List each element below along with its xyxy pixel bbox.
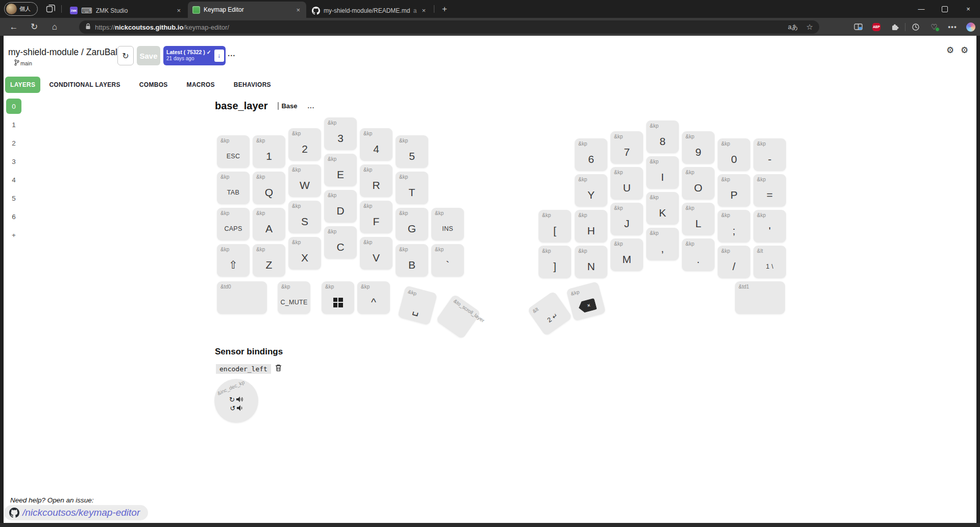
key-equal[interactable]: &kp= <box>753 174 786 207</box>
favorite-star-icon[interactable]: ☆ <box>806 22 813 32</box>
key-7[interactable]: &kp7 <box>610 131 643 164</box>
key-8[interactable]: &kp8 <box>646 121 679 153</box>
key-tab[interactable]: &kpTAB <box>217 172 250 204</box>
address-bar[interactable]: https://nickcoutsos.github.io/keymap-edi… <box>79 20 819 34</box>
key-caps[interactable]: &kpCAPS <box>217 208 250 241</box>
key-semicolon[interactable]: &kp; <box>718 210 750 243</box>
latest-version-button[interactable]: Latest ( 75322 ) ✓ 21 days ago ↓ <box>163 46 226 65</box>
key-c-mute[interactable]: &kpC_MUTE <box>278 281 310 314</box>
key-m[interactable]: &kpM <box>610 238 643 271</box>
key-0[interactable]: &kp0 <box>718 138 750 171</box>
tab-layers[interactable]: LAYERS <box>5 77 40 93</box>
key-c[interactable]: &kpC <box>324 226 357 259</box>
key-h[interactable]: &kpH <box>575 210 607 243</box>
key-9[interactable]: &kp9 <box>682 131 715 164</box>
browser-tab-zmk-studio[interactable]: ZMK⌨ZMK Studio× <box>65 3 187 18</box>
key-ins[interactable]: &kpINS <box>431 208 464 241</box>
key-u[interactable]: &kpU <box>610 167 643 200</box>
layer-item-0[interactable]: 0 <box>6 99 21 114</box>
layer-item-5[interactable]: 5 <box>6 190 21 206</box>
key-shift[interactable]: &kp⇧ <box>217 244 250 277</box>
tab-close-icon[interactable]: × <box>295 6 302 14</box>
tab-macros[interactable]: MACROS <box>182 77 220 93</box>
encoder-sensor-key[interactable]: &inc_dec_kp ↻ ↺ <box>214 379 258 423</box>
key-backspace[interactable]: &kp× <box>566 281 606 321</box>
key-grave[interactable]: &kp` <box>431 244 464 277</box>
key-lt-2-enter[interactable]: &lt2 ↵ <box>527 291 572 336</box>
split-screen-icon[interactable] <box>849 23 867 30</box>
key-y[interactable]: &kpY <box>575 174 607 207</box>
header-more-button[interactable]: ... <box>228 49 236 58</box>
tab-behaviors[interactable]: BEHAVIORS <box>229 77 276 93</box>
github-issue-link[interactable]: /nickcoutsos/keymap-editor <box>4 505 148 520</box>
encoder-chip[interactable]: encoder_left <box>216 364 271 374</box>
layer-item-2[interactable]: 2 <box>6 135 21 151</box>
key-bracket-open[interactable]: &kp[ <box>538 210 571 243</box>
app-gear-icon[interactable]: ⚙ <box>961 45 968 56</box>
key-x[interactable]: &kpX <box>288 237 321 270</box>
key-lt-1-backslash[interactable]: &lt1 \ <box>753 246 786 278</box>
home-button[interactable]: ⌂ <box>47 18 62 36</box>
key-5[interactable]: &kp5 <box>396 135 428 168</box>
key-period[interactable]: &kp. <box>682 238 715 271</box>
layer-item-3[interactable]: 3 <box>6 154 21 169</box>
key-space[interactable]: &kp␣ <box>398 285 437 325</box>
translate-icon[interactable]: aあ <box>788 23 798 32</box>
tab-combos[interactable]: COMBOS <box>134 77 173 93</box>
key-windows[interactable]: &kp <box>322 281 354 314</box>
close-button[interactable]: × <box>957 0 980 18</box>
maximize-button[interactable] <box>933 0 957 18</box>
settings-more-icon[interactable]: ••• <box>943 23 962 31</box>
save-button[interactable]: Save <box>137 46 160 65</box>
key-t[interactable]: &kpT <box>396 172 428 204</box>
delete-trash-icon[interactable] <box>275 364 282 374</box>
key-b[interactable]: &kpB <box>396 244 428 277</box>
key-o[interactable]: &kpO <box>682 167 715 200</box>
layer-item-1[interactable]: 1 <box>6 117 21 132</box>
extensions-puzzle-icon[interactable] <box>886 23 904 31</box>
branch-indicator[interactable]: main <box>14 59 32 67</box>
key-caret[interactable]: &kp^ <box>357 281 390 314</box>
key-p[interactable]: &kpP <box>718 174 750 207</box>
key-to-scroll-layer[interactable]: &to_scroll_layer <box>435 294 481 339</box>
minimize-button[interactable]: — <box>910 0 933 18</box>
refresh-button[interactable]: ↻ <box>27 18 42 36</box>
key-d[interactable]: &kpD <box>324 190 357 223</box>
layer-item-6[interactable]: 6 <box>6 209 21 224</box>
key-slash[interactable]: &kp/ <box>718 246 750 278</box>
key-6[interactable]: &kp6 <box>575 138 607 171</box>
key-f[interactable]: &kpF <box>360 201 393 233</box>
key-quote[interactable]: &kp' <box>753 210 786 243</box>
browser-tab-keymap-editor[interactable]: Keymap Editor× <box>188 2 306 18</box>
key-1[interactable]: &kp1 <box>253 135 285 168</box>
key-esc[interactable]: &kpESC <box>217 135 250 168</box>
key-4[interactable]: &kp4 <box>360 128 393 161</box>
new-tab-button[interactable]: + <box>438 3 451 15</box>
key-comma[interactable]: &kp, <box>646 228 679 260</box>
key-s[interactable]: &kpS <box>288 201 321 233</box>
tab-close-icon[interactable]: × <box>420 7 427 14</box>
tab-conditional-layers[interactable]: CONDITIONAL LAYERS <box>44 77 125 93</box>
key-r[interactable]: &kpR <box>360 164 393 197</box>
settings-gear-icon[interactable]: ⚙ <box>946 45 954 56</box>
key-k[interactable]: &kpK <box>646 192 679 225</box>
key-bracket-close[interactable]: &kp] <box>538 246 571 278</box>
key-l[interactable]: &kpL <box>682 203 715 235</box>
key-g[interactable]: &kpG <box>396 208 428 241</box>
key-a[interactable]: &kpA <box>253 208 285 241</box>
key-q[interactable]: &kpQ <box>253 172 285 204</box>
key-e[interactable]: &kpE <box>324 154 357 186</box>
key-3[interactable]: &kp3 <box>324 117 357 150</box>
browser-essentials-icon[interactable]: ♡ <box>925 22 943 32</box>
key-2[interactable]: &kp2 <box>288 128 321 161</box>
key-j[interactable]: &kpJ <box>610 203 643 235</box>
copilot-icon[interactable] <box>962 22 980 32</box>
workspaces-icon[interactable] <box>46 4 56 15</box>
key-v[interactable]: &kpV <box>360 237 393 270</box>
key-z[interactable]: &kpZ <box>253 244 285 277</box>
add-layer-button[interactable]: + <box>6 227 21 243</box>
refresh-repo-button[interactable]: ↻ <box>117 46 134 65</box>
adblock-icon[interactable]: ABP <box>867 23 886 31</box>
profile-button[interactable]: 個人 <box>4 2 38 16</box>
key-minus[interactable]: &kp- <box>753 138 786 171</box>
